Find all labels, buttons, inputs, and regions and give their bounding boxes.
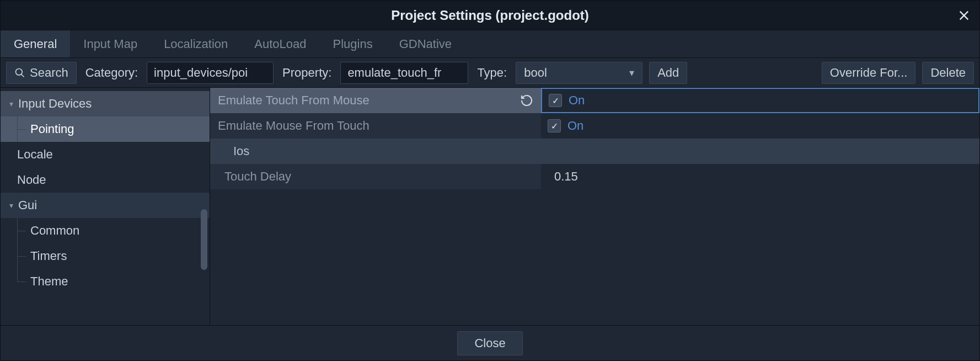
property-row-touch-delay: Touch Delay 0.15 [210,164,979,189]
type-value: bool [524,66,547,80]
property-value: ✓ On [541,113,979,139]
category-input[interactable] [147,62,274,84]
tab-plugins[interactable]: Plugins [320,30,386,57]
tab-autoload[interactable]: AutoLoad [241,30,319,57]
property-name: Touch Delay [224,169,291,184]
svg-line-3 [22,74,24,77]
tab-localization[interactable]: Localization [151,30,241,57]
tree-item-timers[interactable]: Timers [1,243,210,269]
property-value[interactable]: 0.15 [541,164,979,189]
tree-label: Gui [18,198,37,213]
checkbox-label: On [569,93,585,108]
properties-panel: Emulate Touch From Mouse ✓ On Emulate Mo… [210,88,979,325]
tab-general[interactable]: General [1,30,70,57]
property-row-emulate-mouse-from-touch: Emulate Mouse From Touch ✓ On [210,113,979,139]
category-label: Category: [83,66,140,80]
tree-item-pointing[interactable]: Pointing [1,116,210,142]
checkbox-label: On [567,119,583,133]
search-icon [14,67,25,78]
tree-label: Common [30,224,79,238]
tree-item-locale[interactable]: Locale [1,142,210,167]
tree-label: Locale [17,147,53,162]
scrollbar-thumb[interactable] [201,209,207,270]
number-value: 0.15 [554,169,578,184]
property-label: Emulate Mouse From Touch [210,113,541,139]
checkbox[interactable]: ✓ [548,119,561,132]
property-value: ✓ On [541,88,979,113]
tree-label: Timers [30,249,67,263]
chevron-down-icon: ▾ [629,67,634,79]
window-title: Project Settings (project.godot) [391,8,589,23]
search-label: Search [30,66,68,80]
property-row-emulate-touch-from-mouse: Emulate Touch From Mouse ✓ On [210,88,979,113]
chevron-down-icon: ▾ [6,200,16,210]
filter-bar: Search Category: Property: Type: bool ▾ … [1,58,979,88]
tab-label: GDNative [399,37,452,51]
tab-label: Localization [164,37,228,51]
subheader-text: Ios [233,144,249,158]
tree-label: Node [17,173,46,187]
tree-item-input-devices[interactable]: ▾ Input Devices [1,91,210,116]
tab-gdnative[interactable]: GDNative [386,30,465,57]
footer: Close [1,325,979,360]
tab-label: Input Map [83,37,137,51]
tree-item-gui[interactable]: ▾ Gui [1,193,210,218]
tab-label: General [14,37,57,51]
type-label: Type: [475,66,509,80]
search-button[interactable]: Search [6,62,77,84]
tab-label: AutoLoad [254,37,306,51]
category-tree: ▾ Input Devices Pointing Locale Node ▾ G… [1,88,210,325]
tab-bar: General Input Map Localization AutoLoad … [1,30,979,58]
tree-item-theme[interactable]: Theme [1,269,210,294]
svg-point-2 [16,68,23,75]
tree-label: Theme [30,274,68,289]
project-settings-window: Project Settings (project.godot) General… [0,0,980,361]
override-label: Override For... [830,66,908,80]
chevron-down-icon: ▾ [6,99,16,109]
delete-label: Delete [930,66,966,80]
property-input[interactable] [340,62,468,84]
add-label: Add [657,66,679,80]
property-label: Property: [280,66,334,80]
property-subheader-ios: Ios [210,139,979,164]
property-name: Emulate Touch From Mouse [218,93,369,108]
titlebar: Project Settings (project.godot) [1,1,979,30]
tab-label: Plugins [333,37,373,51]
tree-label: Input Devices [18,97,92,111]
property-name: Emulate Mouse From Touch [218,119,369,133]
type-select[interactable]: bool ▾ [516,62,642,84]
subheader-label: Ios [210,139,979,164]
delete-button[interactable]: Delete [922,62,974,84]
add-button[interactable]: Add [649,62,687,84]
content-area: ▾ Input Devices Pointing Locale Node ▾ G… [1,88,979,325]
property-label: Emulate Touch From Mouse [210,88,541,113]
property-label: Touch Delay [210,164,541,189]
tree-label: Pointing [30,122,74,136]
close-label: Close [474,336,505,350]
override-for-button[interactable]: Override For... [822,62,916,84]
close-button[interactable]: Close [457,331,522,355]
tab-input-map[interactable]: Input Map [70,30,151,57]
tree-item-common[interactable]: Common [1,218,210,243]
tree-item-node[interactable]: Node [1,167,210,193]
checkbox[interactable]: ✓ [549,94,562,107]
close-icon[interactable] [956,8,972,23]
reset-icon[interactable] [520,94,533,107]
